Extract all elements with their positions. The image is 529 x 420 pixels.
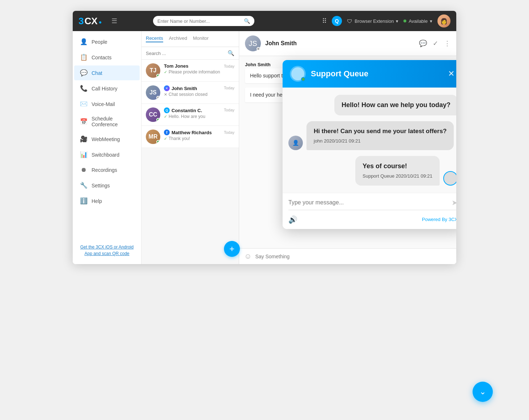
chat-item-info: ✕ John Smith Today ✕ Chat session closed — [164, 85, 234, 97]
list-item[interactable]: MR f Matthew Richards Today ✓ — [141, 126, 239, 148]
sidebar-item-people[interactable]: 👤 People — [74, 34, 140, 49]
settings-icon: 🔧 — [80, 182, 87, 189]
chat-action-buttons: 💬 ✓ ⋮ — [419, 39, 450, 47]
sidebar-item-switchboard[interactable]: 📊 Switchboard — [74, 147, 140, 162]
sound-icon[interactable]: 🔊 — [288, 215, 297, 224]
message-text: Hi there! Can you send me your latest of… — [314, 128, 447, 135]
queue-icon: Q — [164, 107, 170, 113]
sidebar-item-label: Settings — [92, 183, 110, 188]
status-indicator — [156, 96, 160, 99]
avatar: TJ — [146, 63, 160, 78]
tab-monitor[interactable]: Monitor — [193, 35, 208, 42]
sidebar-item-recordings[interactable]: ⏺ Recordings — [74, 163, 140, 177]
sidebar-item-settings[interactable]: 🔧 Settings — [74, 178, 140, 193]
sidebar-item-contacts[interactable]: 📋 Contacts — [74, 50, 140, 65]
message-bubble: Hello! How can we help you today? — [334, 95, 456, 115]
schedule-icon: 📅 — [80, 118, 87, 126]
user-avatar[interactable]: 👩 — [437, 14, 450, 27]
chat-preview: ✕ Chat session closed — [164, 92, 234, 97]
message-meta: john 2020/10/21 09:21 — [314, 138, 447, 144]
main-content: 👤 People 📋 Contacts 💬 Chat 📞 Call Histor… — [73, 31, 456, 264]
sidebar-item-label: Schedule Conference — [92, 116, 134, 127]
chat-input[interactable] — [255, 254, 451, 259]
queue-button[interactable]: Q — [332, 16, 342, 26]
sidebar-item-webmeeting[interactable]: 🎥 WebMeeting — [74, 132, 140, 147]
contact-time: Today — [224, 130, 234, 135]
chat-header: JS John Smith 💬 ✓ ⋮ — [239, 31, 456, 56]
send-icon[interactable]: ➤ — [452, 198, 456, 207]
chat-contact-avatar: JS — [245, 35, 261, 51]
emoji-icon[interactable]: ☺ — [244, 252, 251, 260]
support-queue-input[interactable] — [288, 199, 448, 206]
sidebar-item-label: WebMeeting — [92, 136, 120, 142]
topbar-right: ⠿ Q 🛡 Browser Extension ▾ Available ▾ 👩 — [322, 14, 450, 27]
check-icon: ✓ — [164, 136, 167, 141]
call-history-icon: 📞 — [80, 85, 87, 92]
sq-footer: 🔊 Powered By 3CX — [288, 213, 456, 226]
topbar-search[interactable]: 🔍 — [153, 16, 254, 26]
message-item: Hello! How can we help you today? — [334, 95, 456, 115]
search-icon: 🔍 — [244, 18, 250, 24]
chat-preview: ✓ Thank you! — [164, 136, 234, 141]
chat-panel: Recents Archived Monitor 🔍 TJ Tom — [141, 31, 239, 264]
browser-extension[interactable]: 🛡 Browser Extension ▾ — [347, 18, 398, 24]
app-logo[interactable]: 3 CX — [79, 16, 101, 26]
search-input[interactable] — [157, 18, 241, 24]
more-options-icon[interactable]: ⋮ — [444, 39, 450, 47]
contacts-icon: 📋 — [80, 54, 87, 61]
message-content: Hi there! Can you send me your latest of… — [306, 121, 454, 150]
chat-contact-name: John Smith — [265, 40, 415, 47]
app-qr-link[interactable]: Get the 3CX iOS or Android App and scan … — [79, 244, 135, 257]
status-selector[interactable]: Available ▾ — [403, 18, 432, 24]
sidebar-item-schedule[interactable]: 📅 Schedule Conference — [74, 112, 140, 131]
sidebar-item-call-history[interactable]: 📞 Call History — [74, 81, 140, 96]
tab-recents[interactable]: Recents — [146, 35, 163, 42]
support-queue-messages: Hello! How can we help you today? 👤 Hi t… — [283, 88, 456, 193]
grid-icon[interactable]: ⠿ — [322, 17, 327, 25]
sidebar-item-voicemail[interactable]: ✉️ Voice-Mail — [74, 97, 140, 111]
topbar: 3 CX ☰ 🔍 ⠿ Q 🛡 Browser Extension ▾ Avail… — [73, 11, 456, 31]
close-button[interactable]: ✕ — [446, 69, 456, 79]
list-item[interactable]: JS ✕ John Smith Today ✕ — [141, 82, 239, 104]
scroll-down-button[interactable]: ⌄ — [473, 382, 493, 402]
check-action-icon[interactable]: ✓ — [433, 39, 438, 47]
chat-item-info: f Matthew Richards Today ✓ Thank you! — [164, 130, 234, 141]
logo-dot — [99, 21, 101, 24]
avatar: CC — [146, 107, 160, 122]
app-window: 3 CX ☰ 🔍 ⠿ Q 🛡 Browser Extension ▾ Avail… — [73, 11, 456, 264]
status-indicator — [156, 140, 160, 144]
chat-search-bar[interactable]: 🔍 — [141, 47, 239, 60]
check-icon: ✓ — [164, 70, 167, 75]
sidebar-item-help[interactable]: ℹ️ Help — [74, 194, 140, 208]
new-chat-button[interactable]: + — [224, 241, 240, 257]
voicemail-icon: ✉️ — [80, 100, 87, 108]
sidebar-item-label: Chat — [92, 70, 102, 76]
status-indicator — [156, 118, 160, 122]
sidebar-item-label: Switchboard — [92, 152, 119, 158]
chat-bubble-icon[interactable]: 💬 — [419, 39, 427, 47]
facebook-icon: f — [164, 130, 170, 135]
chat-search-input[interactable] — [146, 51, 225, 56]
extension-label: Browser Extension — [355, 18, 394, 24]
sidebar-item-label: Recordings — [92, 167, 117, 173]
extension-chevron: ▾ — [396, 18, 398, 24]
status-indicator — [156, 74, 160, 77]
support-queue-title: Support Queue — [311, 69, 441, 79]
message-content: Yes of course! Support Queue 2020/10/21 … — [355, 156, 440, 185]
list-item[interactable]: TJ Tom Jones Today ✓ Please provide info… — [141, 60, 239, 82]
list-item[interactable]: CC Q Constantin C. Today ✓ — [141, 104, 239, 126]
main-chat-area: JS John Smith 💬 ✓ ⋮ John Smith Hello sup… — [239, 31, 456, 264]
chat-preview: ✓ Hello. How are you — [164, 114, 234, 119]
avatar: MR — [146, 130, 160, 144]
sidebar-item-chat[interactable]: 💬 Chat — [74, 65, 140, 80]
contact-name: Constantin C. — [172, 108, 202, 113]
recordings-icon: ⏺ — [80, 166, 87, 174]
status-label: Available — [409, 18, 428, 24]
contact-time: Today — [224, 86, 234, 90]
menu-icon[interactable]: ☰ — [111, 17, 117, 25]
sidebar-item-label: Contacts — [92, 55, 111, 60]
x-icon: ✕ — [164, 92, 167, 97]
chat-item-info: Tom Jones Today ✓ Please provide informa… — [164, 63, 234, 75]
message-item: Yes of course! Support Queue 2020/10/21 … — [355, 156, 456, 185]
tab-archived[interactable]: Archived — [169, 35, 187, 42]
